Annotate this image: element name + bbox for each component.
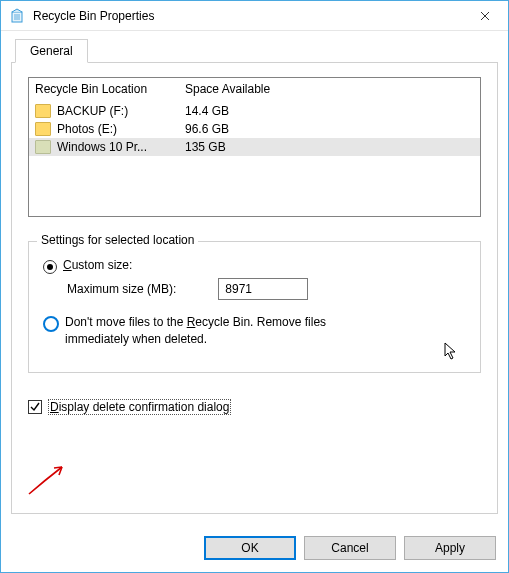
close-button[interactable] xyxy=(462,1,508,31)
annotation-arrow-icon xyxy=(24,461,74,497)
max-size-input[interactable] xyxy=(218,278,308,300)
properties-window: Recycle Bin Properties General Recycle B… xyxy=(0,0,509,573)
window-title: Recycle Bin Properties xyxy=(33,9,154,23)
radio-icon xyxy=(43,260,57,274)
radio-custom-size[interactable]: Custom size: xyxy=(43,258,466,274)
drive-listbox[interactable]: Recycle Bin Location Space Available BAC… xyxy=(28,77,481,217)
group-label: Settings for selected location xyxy=(37,233,198,247)
recycle-bin-icon xyxy=(9,8,25,24)
radio-dont-move[interactable]: Don't move files to the Recycle Bin. Rem… xyxy=(43,314,466,348)
drive-space: 135 GB xyxy=(185,140,474,154)
radio-custom-label: Custom size: xyxy=(63,258,132,272)
titlebar: Recycle Bin Properties xyxy=(1,1,508,31)
apply-button[interactable]: Apply xyxy=(404,536,496,560)
list-header: Recycle Bin Location Space Available xyxy=(29,78,480,102)
drive-space: 14.4 GB xyxy=(185,104,474,118)
drive-name: Windows 10 Pr... xyxy=(57,140,147,154)
radio-icon xyxy=(43,316,59,332)
drive-space: 96.6 GB xyxy=(185,122,474,136)
folder-icon xyxy=(35,104,51,118)
header-location[interactable]: Recycle Bin Location xyxy=(35,82,185,96)
drive-name: Photos (E:) xyxy=(57,122,117,136)
list-item[interactable]: Photos (E:)96.6 GB xyxy=(29,120,480,138)
checkbox-icon xyxy=(28,400,42,414)
tabstrip: General xyxy=(11,39,498,63)
tab-pane-general: Recycle Bin Location Space Available BAC… xyxy=(11,62,498,514)
folder-icon xyxy=(35,122,51,136)
button-bar: OK Cancel Apply xyxy=(1,524,508,572)
list-item[interactable]: BACKUP (F:)14.4 GB xyxy=(29,102,480,120)
settings-groupbox: Settings for selected location Custom si… xyxy=(28,241,481,373)
drive-name: BACKUP (F:) xyxy=(57,104,128,118)
checkbox-confirm-delete[interactable]: Display delete confirmation dialog xyxy=(28,399,481,415)
radio-dont-move-label: Don't move files to the Recycle Bin. Rem… xyxy=(65,314,326,348)
max-size-row: Maximum size (MB): xyxy=(67,278,466,300)
client-area: General Recycle Bin Location Space Avail… xyxy=(1,31,508,524)
list-item[interactable]: Windows 10 Pr...135 GB xyxy=(29,138,480,156)
confirm-label: Display delete confirmation dialog xyxy=(48,399,231,415)
tab-general[interactable]: General xyxy=(15,39,88,63)
folder-icon xyxy=(35,140,51,154)
header-space[interactable]: Space Available xyxy=(185,82,474,96)
max-size-label: Maximum size (MB): xyxy=(67,282,176,296)
cancel-button[interactable]: Cancel xyxy=(304,536,396,560)
ok-button[interactable]: OK xyxy=(204,536,296,560)
